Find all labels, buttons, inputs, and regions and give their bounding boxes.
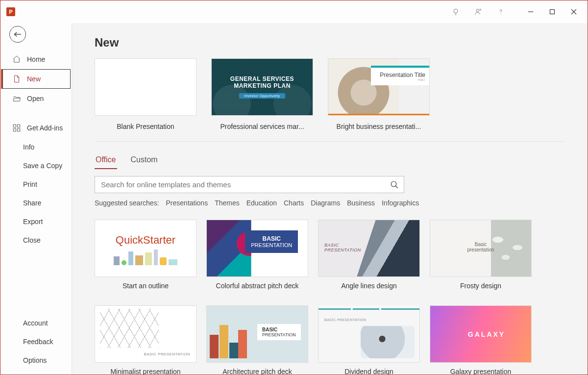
sidebar-item-label: New (27, 75, 41, 83)
sidebar-item-info[interactable]: Info (0, 138, 72, 156)
suggested-infographics[interactable]: Infographics (382, 199, 419, 207)
template-architecture[interactable]: BASICPRESENTATION Architecture pitch dec… (206, 305, 308, 375)
template-thumb: BASICPRESENTATION (318, 220, 420, 277)
template-label: Start an outline (95, 282, 196, 290)
tips-icon[interactable] (444, 0, 467, 23)
home-icon (12, 55, 21, 64)
template-thumb (95, 58, 196, 116)
template-frosty[interactable]: Basicpresentation Frosty design (430, 220, 532, 290)
template-colorful-abstract[interactable]: BASICPRESENTATION Colorful abstract pitc… (206, 220, 308, 290)
sidebar-secondary-group: Get Add-ins Info Save a Copy Print Share… (0, 118, 72, 250)
template-label: Frosty design (430, 282, 532, 290)
close-button[interactable] (563, 4, 585, 20)
template-dividend[interactable]: BASIC PRESENTATION Dividend design (318, 305, 420, 375)
main-scroll[interactable]: New Blank Presentation GENERAL SERVICES … (72, 23, 588, 375)
sidebar-item-feedback[interactable]: Feedback (0, 332, 72, 351)
body: Home New Open Get Add-ins Info Save (0, 23, 588, 375)
template-blank-presentation[interactable]: Blank Presentation (95, 58, 196, 130)
page-title: New (95, 36, 565, 50)
sidebar-primary-group: Home New Open (0, 50, 72, 108)
svg-point-8 (391, 181, 396, 187)
template-label: Professional services mar... (211, 123, 313, 130)
title-left (6, 7, 15, 16)
svg-rect-4 (13, 125, 16, 127)
featured-templates-row: Blank Presentation GENERAL SERVICES MARK… (95, 58, 565, 142)
svg-rect-7 (18, 129, 20, 131)
suggested-education[interactable]: Education (246, 199, 277, 207)
back-button[interactable] (9, 26, 26, 43)
template-bright-business[interactable]: Presentation Title TREY Bright business … (328, 58, 430, 130)
help-icon[interactable] (490, 0, 512, 23)
document-icon (12, 75, 21, 83)
template-professional-services[interactable]: GENERAL SERVICES MARKETING PLAN Investor… (211, 58, 313, 130)
template-label: Galaxy presentation (430, 368, 532, 375)
app-window: Home New Open Get Add-ins Info Save (0, 0, 588, 375)
svg-point-2 (500, 13, 501, 14)
template-label: Bright business presentati... (328, 123, 430, 130)
svg-rect-3 (550, 10, 555, 14)
sidebar-item-export[interactable]: Export (0, 212, 72, 231)
suggested-searches: Suggested searches: Presentations Themes… (95, 199, 565, 207)
backstage-sidebar: Home New Open Get Add-ins Info Save (0, 23, 72, 375)
tab-custom[interactable]: Custom (130, 153, 159, 169)
svg-point-1 (476, 9, 479, 12)
sidebar-item-print[interactable]: Print (0, 175, 72, 194)
sidebar-item-label: Open (27, 95, 44, 102)
template-label: Architecture pitch deck (206, 368, 308, 375)
template-label: Blank Presentation (95, 123, 196, 130)
suggested-business[interactable]: Business (347, 199, 375, 207)
template-source-tabs: Office Custom (95, 153, 565, 169)
template-label: Dividend design (318, 368, 420, 375)
template-thumb: BASICPRESENTATION (206, 305, 308, 363)
sidebar-item-new[interactable]: New (2, 69, 71, 89)
sidebar-item-home[interactable]: Home (0, 50, 72, 69)
suggested-charts[interactable]: Charts (284, 199, 304, 207)
template-start-an-outline[interactable]: QuickStarter Start an outline (95, 220, 196, 290)
restore-button[interactable] (541, 4, 563, 20)
search-icon[interactable] (390, 180, 399, 189)
powerpoint-app-icon (6, 7, 15, 16)
template-thumb: GALAXY (430, 305, 532, 363)
svg-rect-5 (18, 125, 20, 127)
suggested-diagrams[interactable]: Diagrams (311, 199, 340, 207)
template-thumb: Basicpresentation (430, 220, 532, 277)
suggested-label: Suggested searches: (95, 199, 159, 207)
search-box[interactable] (95, 176, 404, 193)
template-thumb: BASIC PRESENTATION (318, 305, 420, 363)
minimize-button[interactable] (520, 4, 541, 20)
sidebar-item-label: Home (27, 55, 45, 63)
coming-soon-icon[interactable] (467, 0, 490, 23)
svg-point-0 (454, 9, 458, 13)
sidebar-item-open[interactable]: Open (0, 89, 72, 108)
tab-office[interactable]: Office (95, 153, 117, 169)
template-angle-lines[interactable]: BASICPRESENTATION Angle lines design (318, 220, 420, 290)
title-right (444, 0, 585, 23)
sidebar-bottom-group: Account Feedback Options (0, 314, 72, 375)
suggested-presentations[interactable]: Presentations (166, 199, 208, 207)
main-panel: New Blank Presentation GENERAL SERVICES … (72, 23, 588, 375)
template-label: Angle lines design (318, 282, 420, 290)
search-input[interactable] (100, 180, 390, 189)
sidebar-item-account[interactable]: Account (0, 314, 72, 332)
sidebar-item-save-a-copy[interactable]: Save a Copy (0, 156, 72, 175)
template-label: Colorful abstract pitch deck (206, 282, 308, 290)
template-thumb: Presentation Title TREY (328, 58, 430, 116)
folder-open-icon (12, 94, 21, 103)
template-galaxy[interactable]: GALAXY Galaxy presentation (430, 305, 532, 375)
sidebar-item-close[interactable]: Close (0, 231, 72, 250)
addins-icon (12, 124, 21, 132)
template-thumb: BASICPRESENTATION (206, 220, 308, 277)
sidebar-item-label: Get Add-ins (27, 124, 63, 132)
sidebar-item-get-addins[interactable]: Get Add-ins (0, 118, 72, 138)
title-bar (0, 0, 588, 23)
sidebar-item-share[interactable]: Share (0, 194, 72, 212)
template-grid: QuickStarter Start an outline BASICPRESE… (95, 220, 565, 375)
template-minimalist[interactable]: BASIC PRESENTATION Minimalist presentati… (95, 305, 196, 375)
template-thumb: GENERAL SERVICES MARKETING PLAN Investor… (211, 58, 313, 116)
svg-rect-6 (13, 129, 16, 131)
search-row (95, 176, 565, 193)
template-label: Minimalist presentation (95, 368, 196, 375)
sidebar-item-options[interactable]: Options (0, 351, 72, 370)
template-thumb: QuickStarter (95, 220, 196, 277)
suggested-themes[interactable]: Themes (215, 199, 240, 207)
